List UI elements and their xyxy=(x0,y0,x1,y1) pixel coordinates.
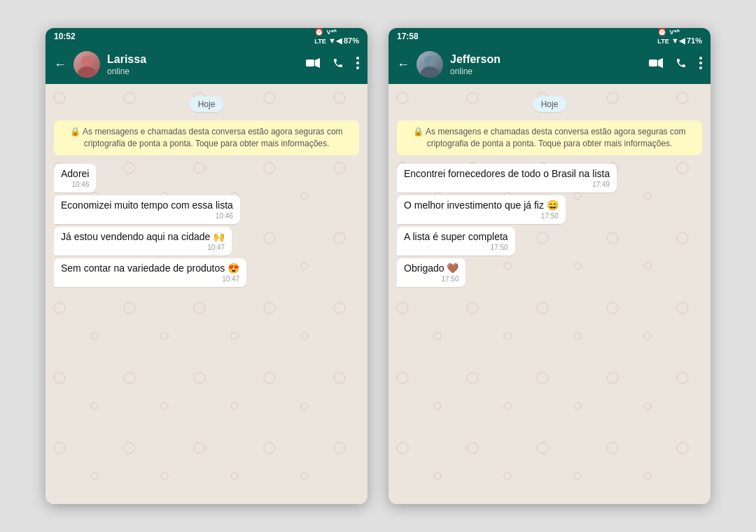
message-text: Adorei xyxy=(61,168,89,179)
chat-header-1: ← Larissa online xyxy=(46,45,368,84)
table-row: Adorei 10:46 xyxy=(54,164,96,192)
message-text: Encontrei fornecedores de todo o Brasil … xyxy=(404,168,610,179)
svg-point-13 xyxy=(699,66,702,69)
svg-point-0 xyxy=(81,56,92,67)
svg-rect-9 xyxy=(649,59,657,66)
svg-point-4 xyxy=(356,57,359,59)
contact-info-jefferson: Jefferson online xyxy=(450,52,642,76)
svg-marker-3 xyxy=(315,58,320,68)
chat-area-2: Hoje 🔒 As mensagens e chamadas desta con… xyxy=(388,84,710,504)
status-icons-1: ⏰ VᵉʰLTE ▼◀ 87% xyxy=(314,28,359,46)
message-time: 10:46 xyxy=(61,181,89,188)
message-time: 17:50 xyxy=(404,212,559,220)
status-icons-2: ⏰ VᵉʰLTE ▼◀ 71% xyxy=(657,28,702,46)
message-text: Economizei muito tempo com essa lista xyxy=(61,200,233,211)
message-text: Já estou vendendo aqui na cidade 🙌 xyxy=(61,231,225,242)
chat-area-1: Hoje 🔒 As mensagens e chamadas desta con… xyxy=(46,84,368,504)
message-text: Obrigado 🤎 xyxy=(404,262,458,274)
message-time: 10:46 xyxy=(61,212,233,220)
status-bar-1: 10:52 ⏰ VᵉʰLTE ▼◀ 87% xyxy=(46,28,368,45)
message-time: 10:47 xyxy=(61,275,239,283)
chat-header-2: ← Jefferson online xyxy=(388,45,710,84)
status-icons-text-1: ⏰ VᵉʰLTE ▼◀ 87% xyxy=(314,28,359,46)
message-text: Sem contar na variedade de produtos 😍 xyxy=(61,262,239,274)
call-icon-1[interactable] xyxy=(332,57,344,71)
time-1: 10:52 xyxy=(54,31,76,41)
contact-name-jefferson: Jefferson xyxy=(450,52,642,66)
svg-point-8 xyxy=(421,66,439,78)
date-badge-1: Hoje xyxy=(54,97,359,112)
svg-point-12 xyxy=(699,62,702,64)
call-icon-2[interactable] xyxy=(676,57,687,71)
video-icon-2[interactable] xyxy=(649,58,663,71)
video-icon-1[interactable] xyxy=(306,58,320,71)
time-2: 17:58 xyxy=(397,31,419,41)
contact-status-jefferson: online xyxy=(450,66,642,76)
menu-icon-1[interactable] xyxy=(356,57,359,72)
status-bar-2: 17:58 ⏰ VᵉʰLTE ▼◀ 71% xyxy=(388,28,710,45)
encryption-notice-1[interactable]: 🔒 As mensagens e chamadas desta conversa… xyxy=(54,120,359,155)
status-icons-text-2: ⏰ VᵉʰLTE ▼◀ 71% xyxy=(657,28,702,46)
table-row: O melhor investimento que já fiz 😄 17:50 xyxy=(397,195,566,224)
svg-point-1 xyxy=(78,66,96,78)
table-row: Já estou vendendo aqui na cidade 🙌 10:47 xyxy=(54,227,232,255)
date-badge-2: Hoje xyxy=(397,97,702,112)
back-button-1[interactable]: ← xyxy=(54,57,66,72)
avatar-larissa xyxy=(74,51,100,78)
table-row: Encontrei fornecedores de todo o Brasil … xyxy=(397,164,617,192)
header-icons-2 xyxy=(649,57,702,72)
contact-name-larissa: Larissa xyxy=(107,52,299,66)
message-text: A lista é super completa xyxy=(404,231,508,242)
message-time: 17:50 xyxy=(404,275,458,283)
table-row: Economizei muito tempo com essa lista 10… xyxy=(54,195,240,224)
phone-larissa: 10:52 ⏰ VᵉʰLTE ▼◀ 87% ← Larissa online xyxy=(46,28,368,504)
phone-jefferson: 17:58 ⏰ VᵉʰLTE ▼◀ 71% ← Jefferson online xyxy=(388,28,710,504)
table-row: Obrigado 🤎 17:50 xyxy=(397,258,465,287)
table-row: A lista é super completa 17:50 xyxy=(397,227,515,255)
svg-point-5 xyxy=(356,62,359,64)
svg-point-6 xyxy=(356,66,359,69)
svg-point-11 xyxy=(699,57,702,59)
message-time: 10:47 xyxy=(61,244,225,251)
message-time: 17:50 xyxy=(404,244,508,251)
encryption-notice-2[interactable]: 🔒 As mensagens e chamadas desta conversa… xyxy=(397,120,702,155)
svg-point-7 xyxy=(424,56,435,67)
svg-rect-2 xyxy=(306,59,314,66)
table-row: Sem contar na variedade de produtos 😍 10… xyxy=(54,258,246,287)
contact-info-larissa: Larissa online xyxy=(107,52,299,76)
menu-icon-2[interactable] xyxy=(699,57,702,72)
header-icons-1 xyxy=(306,57,359,72)
message-text: O melhor investimento que já fiz 😄 xyxy=(404,200,559,211)
back-button-2[interactable]: ← xyxy=(397,57,410,72)
message-time: 17:49 xyxy=(404,181,610,188)
contact-status-larissa: online xyxy=(107,66,299,76)
avatar-jefferson xyxy=(416,51,443,78)
svg-marker-10 xyxy=(658,58,663,68)
